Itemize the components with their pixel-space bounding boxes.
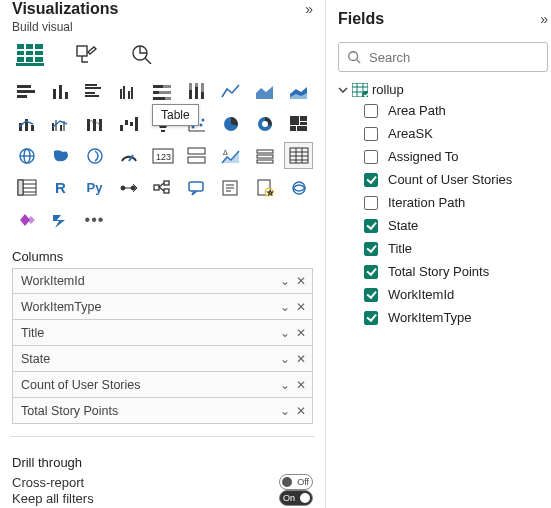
viz-paginated-report-icon[interactable]: ★ <box>250 174 279 201</box>
viz-donut-icon[interactable] <box>250 110 279 137</box>
svg-rect-16 <box>85 92 95 94</box>
viz-gauge-icon[interactable] <box>114 142 143 169</box>
fields-search[interactable] <box>338 42 548 72</box>
viz-scatter-icon[interactable] <box>182 110 211 137</box>
format-tab-icon[interactable] <box>72 42 100 66</box>
field-checkbox[interactable] <box>364 242 378 256</box>
column-field-row[interactable]: WorkItemId ⌄ ✕ <box>12 268 313 294</box>
field-checkbox[interactable] <box>364 104 378 118</box>
field-checkbox[interactable] <box>364 127 378 141</box>
svg-rect-12 <box>59 85 62 99</box>
viz-python-icon[interactable]: Py <box>80 174 109 201</box>
viz-decomposition-tree-icon[interactable] <box>148 174 177 201</box>
field-checkbox[interactable] <box>364 288 378 302</box>
field-label: Iteration Path <box>388 195 465 210</box>
build-tab-icon[interactable] <box>16 42 44 66</box>
field-item[interactable]: AreaSK <box>364 126 548 141</box>
chevron-down-icon[interactable]: ⌄ <box>280 274 290 288</box>
viz-key-influencers-icon[interactable] <box>114 174 143 201</box>
svg-marker-34 <box>256 86 273 99</box>
field-item[interactable]: WorkItemType <box>364 310 548 325</box>
viz-treemap-icon[interactable] <box>284 110 313 137</box>
viz-100-stacked-bar-icon[interactable] <box>148 78 177 105</box>
chevron-down-icon[interactable]: ⌄ <box>280 352 290 366</box>
remove-field-icon[interactable]: ✕ <box>296 404 306 418</box>
field-checkbox[interactable] <box>364 311 378 325</box>
viz-line-icon[interactable] <box>216 78 245 105</box>
field-item[interactable]: WorkItemId <box>364 287 548 302</box>
viz-stacked-area-icon[interactable] <box>284 78 313 105</box>
svg-point-57 <box>195 120 198 123</box>
viz-table-icon[interactable] <box>284 142 313 169</box>
columns-field-well[interactable]: WorkItemId ⌄ ✕ WorkItemType ⌄ ✕ Title ⌄ … <box>12 268 313 424</box>
field-checkbox[interactable] <box>364 150 378 164</box>
field-checkbox[interactable] <box>364 173 378 187</box>
analytics-tab-icon[interactable] <box>128 42 156 66</box>
collapse-icon[interactable]: » <box>305 1 313 17</box>
cross-report-toggle[interactable]: Off <box>279 474 313 490</box>
viz-100-stacked-column-icon[interactable] <box>182 78 211 105</box>
viz-power-automate-icon[interactable] <box>46 206 75 233</box>
chevron-down-icon[interactable]: ⌄ <box>280 378 290 392</box>
remove-field-icon[interactable]: ✕ <box>296 352 306 366</box>
column-field-row[interactable]: State ⌄ ✕ <box>12 346 313 372</box>
field-item[interactable]: Count of User Stories <box>364 172 548 187</box>
viz-power-apps-icon[interactable] <box>12 206 41 233</box>
svg-rect-25 <box>159 91 171 94</box>
viz-arcgis-icon[interactable] <box>284 174 313 201</box>
viz-card-icon[interactable]: 123 <box>148 142 177 169</box>
field-item[interactable]: Area Path <box>364 103 548 118</box>
collapse-icon[interactable]: » <box>540 11 548 27</box>
field-checkbox[interactable] <box>364 265 378 279</box>
viz-matrix-icon[interactable] <box>12 174 41 201</box>
viz-line-clustered-column-icon[interactable] <box>46 110 75 137</box>
viz-ribbon-icon[interactable] <box>80 110 109 137</box>
column-field-row[interactable]: WorkItemType ⌄ ✕ <box>12 294 313 320</box>
viz-clustered-column-icon[interactable] <box>114 78 143 105</box>
svg-rect-97 <box>154 185 159 190</box>
field-item[interactable]: Title <box>364 241 548 256</box>
field-item[interactable]: Total Story Points <box>364 264 548 279</box>
column-field-row[interactable]: Title ⌄ ✕ <box>12 320 313 346</box>
field-checkbox[interactable] <box>364 219 378 233</box>
search-input[interactable] <box>367 49 539 66</box>
remove-field-icon[interactable]: ✕ <box>296 274 306 288</box>
field-label: Assigned To <box>388 149 459 164</box>
visualizations-title: Visualizations <box>12 0 118 18</box>
svg-point-62 <box>262 121 268 127</box>
chevron-down-icon[interactable]: ⌄ <box>280 326 290 340</box>
field-item[interactable]: Iteration Path <box>364 195 548 210</box>
viz-more-icon[interactable]: ••• <box>80 206 109 233</box>
viz-line-stacked-column-icon[interactable] <box>12 110 41 137</box>
column-field-row[interactable]: Count of User Stories ⌄ ✕ <box>12 372 313 398</box>
table-node[interactable]: rollup <box>338 82 548 97</box>
viz-area-icon[interactable] <box>250 78 279 105</box>
remove-field-icon[interactable]: ✕ <box>296 378 306 392</box>
field-checkbox[interactable] <box>364 196 378 210</box>
viz-waterfall-icon[interactable] <box>114 110 143 137</box>
viz-slicer-icon[interactable] <box>250 142 279 169</box>
viz-clustered-bar-icon[interactable] <box>80 78 109 105</box>
viz-qa-icon[interactable] <box>182 174 211 201</box>
chevron-down-icon[interactable]: ⌄ <box>280 300 290 314</box>
chevron-down-icon[interactable]: ⌄ <box>280 404 290 418</box>
remove-field-icon[interactable]: ✕ <box>296 300 306 314</box>
viz-pie-icon[interactable] <box>216 110 245 137</box>
viz-map-icon[interactable] <box>12 142 41 169</box>
viz-r-script-icon[interactable]: R <box>46 174 75 201</box>
viz-funnel-icon[interactable] <box>148 110 177 137</box>
column-field-row[interactable]: Total Story Points ⌄ ✕ <box>12 398 313 424</box>
keep-filters-toggle[interactable]: On <box>279 490 313 506</box>
svg-rect-79 <box>257 150 273 153</box>
viz-stacked-column-icon[interactable] <box>46 78 75 105</box>
field-item[interactable]: State <box>364 218 548 233</box>
field-item[interactable]: Assigned To <box>364 149 548 164</box>
viz-azure-map-icon[interactable] <box>80 142 109 169</box>
viz-multi-row-card-icon[interactable] <box>182 142 211 169</box>
svg-line-7 <box>145 58 151 64</box>
viz-kpi-icon[interactable]: Δ <box>216 142 245 169</box>
viz-smart-narrative-icon[interactable] <box>216 174 245 201</box>
viz-filled-map-icon[interactable] <box>46 142 75 169</box>
remove-field-icon[interactable]: ✕ <box>296 326 306 340</box>
viz-stacked-bar-icon[interactable] <box>12 78 41 105</box>
